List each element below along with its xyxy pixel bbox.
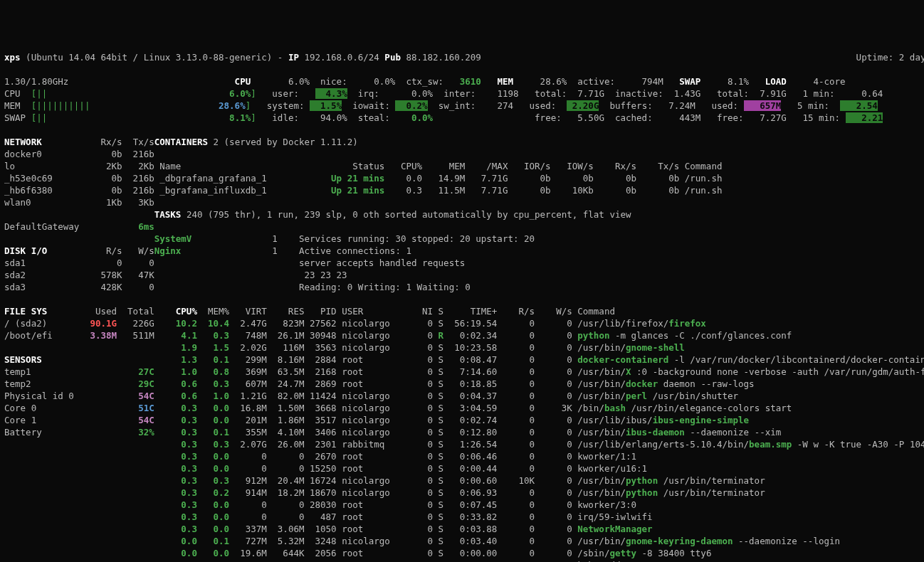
pub-label: Pub (384, 52, 401, 63)
hostname: xps (4, 52, 21, 63)
ip-label: IP (288, 52, 299, 63)
